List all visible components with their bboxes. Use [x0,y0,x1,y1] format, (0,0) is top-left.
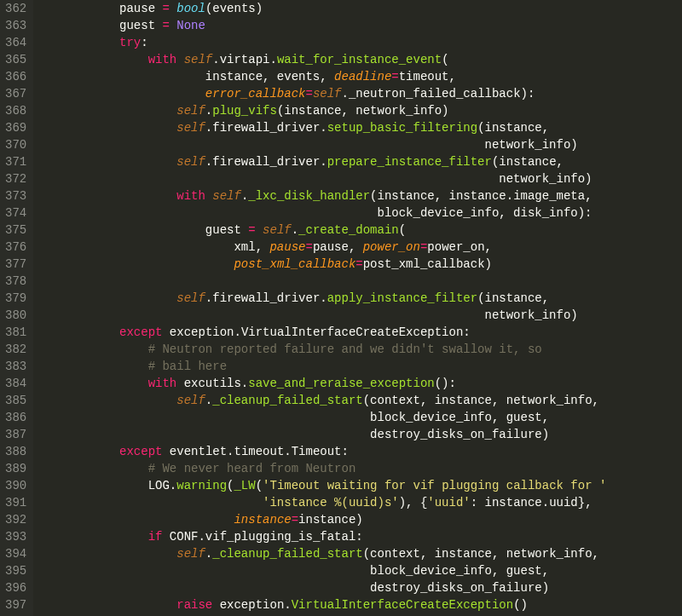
code-line[interactable]: self._cleanup_failed_start(context, inst… [33,545,682,562]
token-self: self [176,155,205,169]
code-line[interactable]: # Neutron reported failure and we didn't… [33,341,682,358]
code-line[interactable]: network_info) [33,307,682,324]
token-pln [170,2,176,15]
token-pln: .firewall_driver. [205,291,327,305]
token-pln [33,257,234,271]
token-pln: ._neutron_failed_callback): [342,87,535,101]
token-str: 'Timeout waiting for vif plugging callba… [263,479,606,492]
token-pln: : [141,36,147,49]
code-line[interactable]: post_xml_callback=post_xml_callback) [33,256,682,273]
code-line[interactable]: except exception.VirtualInterfaceCreateE… [33,324,682,341]
line-number: 373 [5,187,26,204]
code-line[interactable]: # bail here [33,358,682,375]
line-number: 379 [5,290,26,307]
token-self: self [176,547,205,561]
token-pln: block_device_info, disk_info): [33,206,592,220]
code-line[interactable]: try: [33,34,682,51]
token-op: = [391,70,398,83]
line-number: 378 [5,273,26,290]
line-number: 372 [5,170,26,187]
token-self: self [176,121,205,135]
line-number: 380 [5,307,26,324]
code-line[interactable]: block_device_info, disk_info): [33,204,682,222]
code-line[interactable]: xml, pause=pause, power_on=power_on, [33,239,682,256]
token-arg: error_callback [205,87,306,101]
line-number: 363 [5,17,26,34]
token-pln: . [292,223,298,237]
code-area[interactable]: pause = bool(events) guest = None try: w… [33,0,682,616]
token-arg: deadline [334,70,391,83]
token-fn: prepare_instance_filter [327,155,492,169]
token-arg: post_xml_callback [234,257,355,271]
code-line[interactable]: raise exception.VirtualInterfaceCreateEx… [33,596,682,613]
line-number: 392 [5,511,26,528]
token-arg: power_on [363,240,420,254]
line-number: 391 [5,494,26,511]
token-pln: (): [435,377,456,390]
code-line[interactable]: LOG.warning(_LW('Timeout waiting for vif… [33,477,682,494]
token-pln: pause [33,2,162,15]
token-pln [33,496,263,509]
code-line[interactable]: destroy_disks_on_failure) [33,426,682,443]
token-pln [33,394,176,407]
code-line[interactable]: with self._lxc_disk_handler(instance, in… [33,187,682,204]
token-pln: ( [442,53,448,66]
code-line[interactable]: network_info) [33,170,682,187]
token-pln: xml, [33,240,269,254]
code-line[interactable]: pause = bool(events) [33,0,682,17]
token-fn: save_and_reraise_exception [248,377,434,390]
code-line[interactable]: except eventlet.timeout.Timeout: [33,443,682,460]
token-fn: _create_domain [298,223,399,237]
code-line[interactable]: 'instance %(uuid)s'), {'uuid': instance.… [33,494,682,511]
code-line[interactable] [33,273,682,290]
token-kw: with [148,377,177,390]
code-line[interactable]: with excutils.save_and_reraise_exception… [33,375,682,392]
code-line[interactable]: error_callback=self._neutron_failed_call… [33,85,682,102]
token-pln: : instance.uuid}, [471,496,592,509]
line-number: 367 [5,85,26,102]
code-line[interactable]: instance, events, deadline=timeout, [33,68,682,85]
token-str: 'uuid' [427,496,470,509]
token-pln: . [205,104,212,118]
token-pln [170,19,176,32]
code-line[interactable]: if CONF.vif_plugging_is_fatal: [33,528,682,545]
token-pln [33,121,176,135]
code-line[interactable]: self.plug_vifs(instance, network_info) [33,102,682,119]
token-pln [256,223,263,237]
code-line[interactable]: guest = None [33,17,682,34]
code-line[interactable]: with self.virtapi.wait_for_instance_even… [33,51,682,68]
code-line[interactable]: instance=instance) [33,511,682,528]
token-pln [33,462,147,475]
token-pln: guest [33,223,248,237]
token-kw: with [176,189,205,203]
token-self: self [313,87,342,101]
token-op: = [305,87,312,101]
code-line[interactable]: self.firewall_driver.apply_instance_filt… [33,290,682,307]
token-self: self [184,53,213,66]
token-pln [33,360,147,373]
token-arg: pause [269,240,305,254]
token-pln [33,53,147,66]
token-pln: (instance, [477,291,549,305]
token-fn: _cleanup_failed_start [212,394,362,407]
code-line[interactable]: destroy_disks_on_failure) [33,579,682,596]
line-number: 389 [5,460,26,477]
token-pln: pause, [313,240,363,254]
token-pln: LOG. [33,479,176,492]
code-line[interactable]: self.firewall_driver.setup_basic_filteri… [33,119,682,136]
token-pln: .virtapi. [212,53,277,66]
token-fn: _cleanup_failed_start [212,547,362,561]
code-line[interactable]: network_info) [33,136,682,153]
code-line[interactable]: block_device_info, guest, [33,409,682,426]
code-line[interactable]: self.firewall_driver.prepare_instance_fi… [33,153,682,170]
token-pln: destroy_disks_on_failure) [33,581,549,595]
token-pln: network_info) [33,172,592,186]
code-line[interactable]: block_device_info, guest, [33,562,682,579]
token-pln: (context, instance, network_info, [363,394,599,407]
code-editor[interactable]: 3623633643653663673683693703713723733743… [0,0,682,616]
token-pln: .firewall_driver. [205,121,327,135]
code-line[interactable]: # We never heard from Neutron [33,460,682,477]
code-line[interactable]: guest = self._create_domain( [33,222,682,239]
code-line[interactable]: self._cleanup_failed_start(context, inst… [33,392,682,409]
line-number: 394 [5,545,26,562]
